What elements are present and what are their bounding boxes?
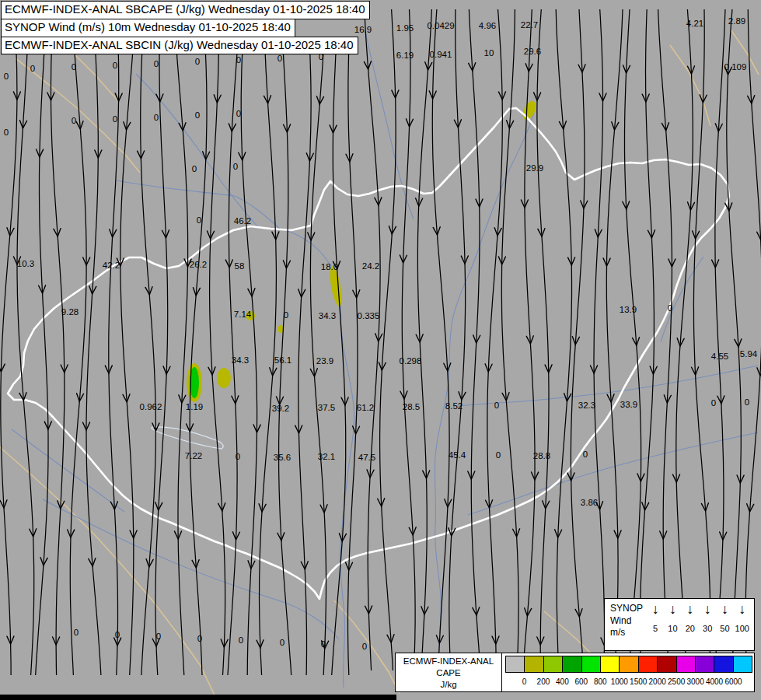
cape-legend-title-line: CAPE [396,667,501,679]
title-sbcin: ECMWF-INDEX-ANAL SBCIN (J/kg) Wednesday … [1,37,358,55]
wind-legend-title: SYNOP Wind m/s [605,599,647,650]
wind-speed-label: 50 [716,624,733,633]
wind-legend-title-line: m/s [610,627,647,639]
neighbor-border-line [731,30,759,75]
cape-tick-label: 1500 [630,677,647,686]
wind-speed-column: ↓30 [699,600,716,650]
river-line [136,74,258,227]
cape-color-cell [714,656,733,672]
river-line [468,432,758,515]
wind-legend-title-line: SYNOP [610,603,647,615]
cape-colorbar-area: 0200400600800100015002000250030004000600… [502,653,754,691]
wind-speed-column: ↓5 [647,600,664,650]
cape-color-cell [696,656,714,672]
down-arrow-icon: ↓ [664,600,681,618]
cape-tick-label: 2000 [649,677,666,686]
cape-patch-low [520,99,539,121]
cape-tick-label: 200 [537,677,550,686]
weather-map-page: 16.91.950.04294.9622.74.212.896.190.9411… [0,0,761,700]
cape-color-cell [677,656,696,672]
wind-legend-title-line: Wind [610,615,647,628]
river-line [117,180,280,229]
wind-legend: SYNOP Wind m/s ↓5↓10↓20↓30↓50↓100 [604,598,755,651]
cape-tick-label: 1000 [611,677,628,686]
cape-color-cell [506,656,525,672]
cape-color-cell [658,656,676,672]
cape-color-cell [544,656,563,672]
cape-tick-label: 6000 [724,677,742,686]
cape-color-cell [601,656,620,672]
cape-patch-low [328,265,344,306]
river-line [435,109,535,688]
river-line [280,229,354,688]
river-line [457,366,758,406]
river-line [43,499,339,639]
cape-legend-title-line: J/kg [396,679,501,691]
down-arrow-icon: ↓ [699,600,716,618]
wind-speed-scale: ↓5↓10↓20↓30↓50↓100 [647,599,754,650]
down-arrow-icon: ↓ [716,600,733,618]
wind-speed-label: 100 [734,624,751,633]
wind-speed-column: ↓50 [716,600,733,650]
wind-speed-label: 20 [682,624,699,633]
title-sbcape: ECMWF-INDEX-ANAL SBCAPE (J/kg) Wednesday… [1,1,370,19]
title-synop-wind: SYNOP Wind (m/s) 10m Wednesday 01-10-202… [1,19,295,37]
cape-color-cell [620,656,638,672]
cape-color-cell [582,656,601,672]
cape-tick-label: 0 [522,677,527,686]
map-canvas [0,0,761,700]
cape-legend-title-line: ECMWF-INDEX-ANAL [396,656,501,667]
cape-tick-label: 4000 [706,677,723,686]
wind-speed-label: 5 [647,624,664,633]
wind-arrowheads [0,61,761,649]
cape-legend-title: ECMWF-INDEX-ANAL CAPE J/kg [396,653,502,691]
down-arrow-icon: ↓ [647,600,664,618]
wind-speed-column: ↓20 [682,600,699,650]
title-box: ECMWF-INDEX-ANAL SBCAPE (J/kg) Wednesday… [1,1,370,54]
cape-colorbar [505,656,752,673]
down-arrow-icon: ↓ [682,600,699,618]
cape-tick-label: 600 [575,677,588,686]
cape-tick-label: 800 [594,677,607,686]
wind-streamlines [1,9,761,675]
cape-color-cell [734,656,752,672]
neighbor-border-line [16,58,140,173]
cape-color-cell [639,656,658,672]
river-line [12,429,124,512]
wind-speed-label: 30 [699,624,716,633]
wind-speed-column: ↓100 [734,600,751,650]
cape-legend: ECMWF-INDEX-ANAL CAPE J/kg 0200400600800… [395,653,755,692]
cape-color-cell [525,656,543,672]
wind-speed-column: ↓10 [664,600,681,650]
cape-tick-label: 2500 [668,677,685,686]
bottom-black-bar [0,695,396,700]
cape-tick-label: 3000 [686,677,703,686]
down-arrow-icon: ↓ [734,600,751,618]
cape-tick-label: 400 [556,677,569,686]
wind-speed-label: 10 [664,624,681,633]
cape-patch-low [217,368,231,388]
cape-color-cell [563,656,581,672]
